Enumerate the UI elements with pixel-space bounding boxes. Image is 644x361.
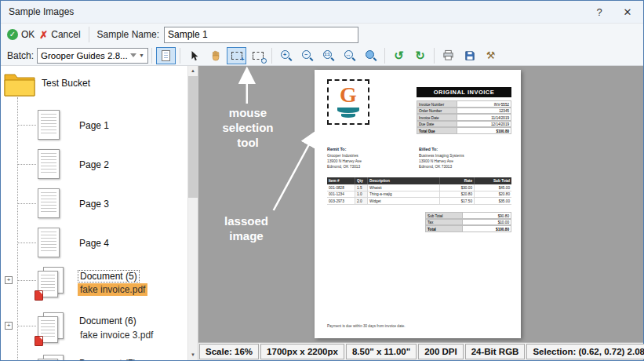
tools-icon: ⚒ xyxy=(486,50,496,61)
zoom-fit-button[interactable]: ↔ xyxy=(340,47,359,64)
remit-to-block: Remit To: Grooper Industries 13900 N Har… xyxy=(327,147,409,170)
page-icon xyxy=(162,50,170,61)
scrollbar-thumb[interactable] xyxy=(188,76,198,198)
page-thumbnail xyxy=(38,188,60,218)
tree-item-label: Page 3 xyxy=(79,199,109,210)
image-viewer[interactable]: G ORIGINAL INVOICE Invoice NumberINV-555… xyxy=(198,66,643,342)
document-stack-icon xyxy=(38,355,66,360)
filter-icon xyxy=(130,53,136,57)
tree-item-label: Page 1 xyxy=(79,120,109,131)
cancel-button[interactable]: ✗ Cancel xyxy=(39,29,80,41)
batch-value: Grooper Guides 2.8... xyxy=(41,51,128,60)
close-button[interactable]: ✕ xyxy=(613,2,642,22)
sample-images-dialog: Sample Images ? ✕ ✓ OK ✗ Cancel Sample N… xyxy=(0,0,644,361)
tree-item-page-2[interactable]: Page 2 xyxy=(1,149,187,187)
document-stack-icon xyxy=(38,312,66,344)
sample-name-label: Sample Name: xyxy=(97,29,159,40)
sample-name-input[interactable] xyxy=(164,27,358,43)
zoom-region-button[interactable] xyxy=(361,47,380,64)
ok-label: OK xyxy=(21,29,35,40)
cursor-icon xyxy=(189,50,200,61)
tree-item-label: Document (5) xyxy=(78,270,140,283)
zoom-actual-size-button[interactable]: 1:1 xyxy=(318,47,338,64)
tree-item-page-4[interactable]: Page 4 xyxy=(1,228,187,265)
tree-item-page-1[interactable]: Page 1 xyxy=(1,110,187,148)
zoom-in-icon: + xyxy=(281,50,292,61)
cancel-x-icon: ✗ xyxy=(39,29,48,41)
viewer-column: G ORIGINAL INVOICE Invoice NumberINV-555… xyxy=(198,66,643,360)
pan-tool-button[interactable] xyxy=(206,47,225,64)
save-button[interactable] xyxy=(460,47,479,64)
invoice-page-image[interactable]: G ORIGINAL INVOICE Invoice NumberINV-555… xyxy=(315,70,521,338)
separator xyxy=(89,27,89,42)
status-inch-size: 8.50" x 11.00" xyxy=(346,344,417,359)
ok-button[interactable]: ✓ OK xyxy=(7,29,35,40)
pdf-badge-icon xyxy=(35,290,43,301)
status-selection: Selection: (0.62, 0.72) 2.08 x 2.23 xyxy=(526,344,644,359)
separator xyxy=(271,48,272,64)
tree-item-label: Page 4 xyxy=(79,238,109,249)
marquee-zoom-icon xyxy=(253,52,264,60)
window-title: Sample Images xyxy=(9,6,585,17)
batch-dropdown[interactable]: Grooper Guides 2.8... ▼ xyxy=(37,48,148,64)
tree-item-document-7[interactable]: + Document (7) xyxy=(1,353,187,360)
command-bar: ✓ OK ✗ Cancel Sample Name: xyxy=(1,23,643,46)
print-button[interactable] xyxy=(438,47,458,64)
cancel-label: Cancel xyxy=(51,29,80,40)
status-dpi: 200 DPI xyxy=(418,344,464,359)
tree-item-filename: fake invoice 3.pdf xyxy=(78,329,155,341)
grooper-logo: G xyxy=(329,83,368,107)
tree-item-document-6[interactable]: + Document (6) fake invoice 3.pdf xyxy=(1,311,187,348)
zoom-in-button[interactable]: + xyxy=(276,47,296,64)
expand-icon[interactable]: + xyxy=(5,276,13,284)
status-bar: Scale: 16% 1700px x 2200px 8.50" x 11.00… xyxy=(198,342,643,360)
thumbnail-pane-toggle-button[interactable] xyxy=(156,47,176,64)
invoice-items-table: Item # Qty Description Rate Sub Total 00… xyxy=(327,177,511,205)
table-row: 001-0828 1.5 Whatsit $30.00 $45.00 xyxy=(327,184,511,191)
folder-icon xyxy=(3,71,36,97)
zoom-selection-tool-button[interactable] xyxy=(248,47,267,64)
scroll-up-arrow[interactable]: ▲ xyxy=(188,66,198,76)
tree-item-filename: fake invoice.pdf xyxy=(78,283,147,296)
tree-item-page-3[interactable]: Page 3 xyxy=(1,188,187,226)
tree-item-label: Page 2 xyxy=(79,159,109,170)
status-scale: Scale: 16% xyxy=(199,344,259,359)
dialog-body: Test Bucket Page 1 Page 2 Page 3 Page 4 xyxy=(1,66,643,360)
rotate-right-button[interactable]: ↻ xyxy=(410,47,430,64)
marquee-selection-tool-button[interactable]: + xyxy=(227,47,246,64)
separator xyxy=(151,48,152,64)
expand-icon[interactable]: + xyxy=(5,322,13,330)
scroll-down-arrow[interactable]: ▼ xyxy=(188,350,198,360)
tree-item-label: Document (6) xyxy=(78,315,138,326)
lasso-selection-box[interactable]: G xyxy=(327,79,369,125)
page-thumbnail xyxy=(38,228,60,257)
batch-label: Batch: xyxy=(7,50,34,61)
lassoed-image-annotation: lassoed image xyxy=(216,213,277,243)
status-color-depth: 24-Bit RGB xyxy=(465,344,526,359)
settings-button[interactable]: ⚒ xyxy=(481,47,500,64)
zoom-fit-icon: ↔ xyxy=(344,50,355,61)
invoice-totals-table: Sub Total$90.80 Tax$10.00 Total$100.80 xyxy=(425,212,511,232)
rotate-ccw-icon: ↺ xyxy=(394,50,404,61)
tree-scrollbar[interactable]: ▲ ▼ xyxy=(187,66,198,360)
pointer-tool-button[interactable] xyxy=(184,47,204,64)
table-row: 003-2973 2.0 Widget $17.50 $35.00 xyxy=(327,198,511,205)
logo-wave-icon xyxy=(337,108,359,113)
tree-root-item[interactable]: Test Bucket xyxy=(1,71,187,102)
document-stack-icon xyxy=(38,267,66,298)
rotate-left-button[interactable]: ↺ xyxy=(389,47,409,64)
invoice-footer-note: Payment is due within 30 days from invoi… xyxy=(327,324,406,328)
chevron-down-icon: ▼ xyxy=(139,53,144,58)
printer-icon xyxy=(442,49,454,61)
mouse-selection-tool-annotation: mouse selection tool xyxy=(209,105,286,150)
tree-item-document-5[interactable]: + Document (5) fake invoice.pdf xyxy=(1,265,187,303)
separator xyxy=(180,48,180,64)
billed-to-block: Billed To: Business Imaging Systems 1390… xyxy=(419,147,511,170)
help-button[interactable]: ? xyxy=(585,2,613,22)
invoice-title: ORIGINAL INVOICE xyxy=(417,87,511,97)
status-pixel-size: 1700px x 2200px xyxy=(260,344,344,359)
title-bar: Sample Images ? ✕ xyxy=(1,1,643,23)
hand-icon xyxy=(210,50,221,61)
zoom-out-button[interactable]: − xyxy=(297,47,317,64)
table-row: 001-1234 1.0 Thing-a-majig $20.80 $20.80 xyxy=(327,191,511,199)
